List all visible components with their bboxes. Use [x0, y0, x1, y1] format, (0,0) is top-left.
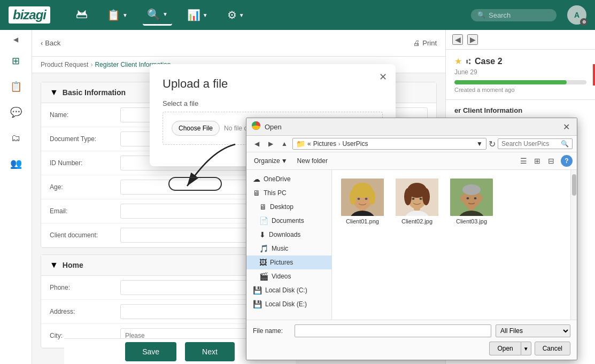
- file-thumb-client01: [341, 179, 384, 216]
- next-button[interactable]: Next: [185, 342, 235, 361]
- sidebar-item-folder[interactable]: 🗂: [4, 126, 28, 150]
- chart-icon: 📊: [187, 9, 200, 21]
- inbox-icon: [76, 8, 88, 22]
- dialog-close-icon: ✕: [563, 122, 570, 132]
- dialog-up-btn[interactable]: ▲: [279, 138, 290, 150]
- onedrive-icon: ☁: [253, 175, 260, 183]
- file-thumb-client02: [396, 179, 438, 216]
- search-input[interactable]: [489, 11, 550, 19]
- sidebar-local-e[interactable]: 💾 Local Disk (E:): [246, 297, 331, 311]
- file-item-client02[interactable]: Client02.jpg: [393, 176, 441, 227]
- open-btn-group: Open ▼: [489, 342, 531, 355]
- file-item-client03[interactable]: Client03.jpg: [447, 176, 496, 227]
- svg-point-12: [358, 198, 360, 200]
- sidebar-music[interactable]: 🎵 Music: [246, 242, 331, 255]
- chevron-icon2: ▼: [163, 11, 168, 17]
- filetype-select[interactable]: All Files: [496, 324, 570, 337]
- view-list-btn[interactable]: ☰: [517, 154, 530, 167]
- sidebar-desktop[interactable]: 🖥 Desktop: [246, 200, 331, 214]
- search-nav-icon: 🔍: [147, 8, 160, 21]
- breadcrumb-parent[interactable]: Product Request: [41, 61, 88, 68]
- red-accent: [593, 64, 595, 86]
- sidebar-documents[interactable]: 📄 Documents: [246, 214, 331, 228]
- dialog-back-btn[interactable]: ◀: [251, 138, 262, 150]
- sidebar-item-dashboard[interactable]: ⊞: [4, 49, 28, 73]
- choose-file-button[interactable]: Choose File: [172, 121, 220, 136]
- path-dropdown-icon[interactable]: ▼: [476, 140, 483, 148]
- sidebar-toggle[interactable]: ◀: [11, 34, 21, 45]
- panel-next-btn[interactable]: ▶: [467, 34, 478, 45]
- folder-icon: 📁: [296, 140, 305, 148]
- dialog-main: Client01.png: [332, 170, 570, 320]
- chevron-icon4: ▼: [239, 12, 244, 18]
- nav-process-btn[interactable]: 📋 ▼: [103, 5, 132, 25]
- back-button[interactable]: ‹ Back: [41, 39, 60, 47]
- upload-modal-title: Upload a file: [163, 77, 383, 91]
- open-button[interactable]: Open: [489, 342, 520, 355]
- sidebar-pictures[interactable]: 🖼 Pictures: [246, 255, 331, 269]
- filename-input[interactable]: [295, 324, 491, 337]
- view-large-icon-btn[interactable]: ⊟: [545, 154, 558, 167]
- breadcrumb-separator: ›: [90, 61, 92, 68]
- print-button[interactable]: 🖨 Print: [413, 39, 437, 47]
- print-icon: 🖨: [413, 39, 420, 47]
- help-button[interactable]: ?: [561, 155, 573, 167]
- id-label: ID Number:: [50, 159, 114, 167]
- dialog-refresh-btn[interactable]: ↻: [489, 139, 496, 149]
- select-file-label: Select a file: [163, 99, 383, 107]
- sidebar-item-users[interactable]: 👥: [4, 152, 28, 175]
- cancel-button[interactable]: Cancel: [535, 342, 570, 355]
- svg-point-27: [462, 184, 481, 195]
- local-e-label: Local Disk (E:): [265, 300, 307, 308]
- sidebar-downloads[interactable]: ⬇ Downloads: [246, 228, 331, 242]
- path-part-2: UserPics: [342, 140, 368, 148]
- sidebar-local-c[interactable]: 💾 Local Disk (C:): [246, 283, 331, 297]
- home-collapse-icon: ▼: [50, 260, 58, 270]
- svg-point-21: [412, 198, 415, 200]
- chrome-icon: [252, 121, 260, 132]
- new-folder-button[interactable]: New folder: [294, 156, 331, 166]
- process-icon: 📋: [10, 81, 22, 92]
- panel-prev-btn[interactable]: ◀: [452, 34, 463, 45]
- dialog-scrollbar[interactable]: [570, 170, 577, 320]
- file-item-client01[interactable]: Client01.png: [338, 176, 387, 227]
- dialog-forward-btn[interactable]: ▶: [265, 138, 276, 150]
- nav-settings-btn[interactable]: ⚙ ▼: [223, 5, 249, 25]
- svg-point-19: [404, 188, 412, 205]
- nav-inbox-btn[interactable]: [72, 5, 92, 26]
- dialog-search-input[interactable]: [501, 140, 559, 148]
- nav-chart-btn[interactable]: 📊 ▼: [183, 5, 212, 25]
- sidebar-videos[interactable]: 🎬 Videos: [246, 269, 331, 283]
- dialog-path[interactable]: 📁 « Pictures › UserPics ▼: [292, 138, 486, 150]
- avatar-button[interactable]: A ⚙: [567, 5, 586, 25]
- desktop-icon: 🖥: [259, 203, 267, 211]
- sidebar-onedrive[interactable]: ☁ OneDrive: [246, 172, 331, 186]
- sidebar-item-chat[interactable]: 💬: [4, 100, 28, 124]
- open-dropdown-btn[interactable]: ▼: [521, 342, 531, 355]
- list-view-icon: ☰: [520, 157, 527, 165]
- videos-label: Videos: [272, 273, 291, 280]
- view-split-btn[interactable]: ⊞: [531, 154, 544, 167]
- file-thumb-client03: [450, 179, 493, 216]
- pictures-icon: 🖼: [259, 258, 267, 267]
- svg-point-28: [460, 195, 465, 202]
- files-grid: Client01.png: [338, 176, 564, 227]
- sidebar-thispc[interactable]: 🖥 This PC: [246, 186, 331, 200]
- save-button[interactable]: Save: [125, 342, 176, 361]
- dialog-search: 🔍: [498, 138, 573, 149]
- upload-modal-close[interactable]: ✕: [376, 71, 389, 83]
- footer-buttons: Open ▼ Cancel: [253, 342, 570, 355]
- avatar-gear-icon: ⚙: [580, 18, 588, 26]
- large-icon-view-icon: ⊟: [548, 157, 554, 165]
- svg-point-20: [422, 188, 430, 205]
- phone-label: Phone:: [50, 284, 114, 291]
- sidebar-item-process[interactable]: 📋: [4, 75, 28, 98]
- filename-label: File name:: [253, 327, 290, 335]
- file-dialog: Open ✕ ◀ ▶ ▲ 📁 « Pictures › UserPics ▼ ↻…: [246, 118, 577, 360]
- chevron-icon: ▼: [122, 12, 128, 18]
- svg-point-31: [474, 197, 477, 199]
- filename-row: File name: All Files: [253, 324, 570, 337]
- organize-button[interactable]: Organize ▼: [251, 156, 291, 166]
- dialog-close-button[interactable]: ✕: [561, 121, 571, 132]
- nav-search-btn[interactable]: 🔍 ▼: [143, 5, 172, 26]
